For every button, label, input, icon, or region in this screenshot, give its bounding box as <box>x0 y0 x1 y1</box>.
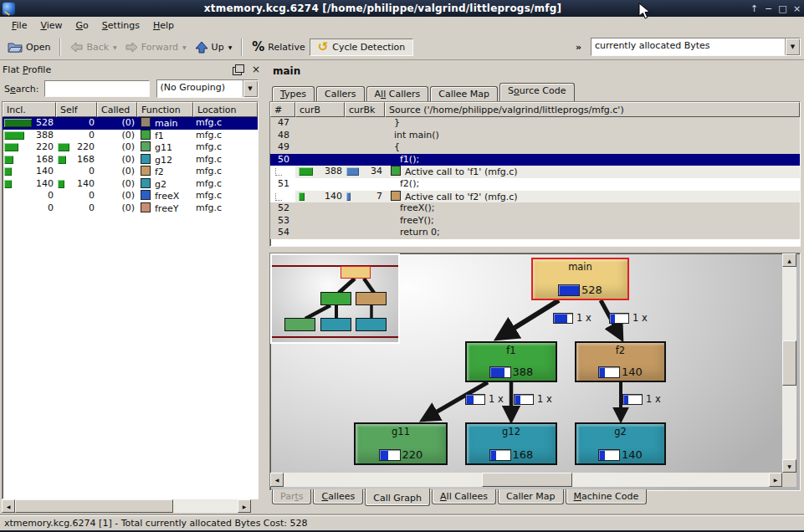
tab-types[interactable]: Types <box>272 86 315 101</box>
tab-machine-code[interactable]: Machine Code <box>566 489 648 504</box>
scroll-down-icon[interactable]: ▼ <box>782 459 796 473</box>
call-graph-view[interactable]: main 528 f1 388 f2 140 g11 220 g12 168 g… <box>269 253 801 491</box>
cycle-detection-toggle-button[interactable]: ↺ Cycle Detection <box>310 38 414 56</box>
combo-dropdown-icon[interactable]: ▼ <box>243 80 258 97</box>
tab-all-callers[interactable]: All Callers <box>366 86 429 101</box>
source-line[interactable]: 47} <box>270 117 800 130</box>
source-line[interactable]: 54 return 0; <box>270 227 800 239</box>
column-header-self[interactable]: Self <box>56 102 97 117</box>
flat-profile-dock-header[interactable]: Flat Profile × <box>3 63 264 76</box>
table-row-f2[interactable]: 140 0 (0) f2 mfg.c <box>3 166 258 178</box>
close-button[interactable]: × <box>790 3 804 14</box>
source-call-row-f1[interactable]: 388 34 Active call to 'f1' (mfg.c) <box>270 166 800 178</box>
column-header-location[interactable]: Location <box>193 102 258 117</box>
menu-settings[interactable]: Settings <box>95 18 146 33</box>
open-folder-icon <box>8 41 23 54</box>
open-button[interactable]: Open <box>3 39 54 55</box>
minimize-button[interactable]: − <box>761 3 776 14</box>
flat-profile-hscrollbar[interactable]: ◀ ▶ <box>2 499 251 513</box>
relative-toggle-button[interactable]: % Relative <box>248 38 309 56</box>
table-row-freeY[interactable]: 0 0 (0) freeY mfg.c <box>3 202 258 215</box>
overview-node-f2 <box>356 292 387 305</box>
edge-label-f2-g2: 1 x <box>622 393 661 405</box>
column-header-incl[interactable]: Incl. <box>3 102 56 117</box>
toolbar-overflow-chevron[interactable]: » <box>571 42 586 53</box>
menu-go[interactable]: Go <box>69 18 95 33</box>
table-row-freeX[interactable]: 0 0 (0) freeX mfg.c <box>3 190 258 202</box>
source-line[interactable]: 48int main() <box>270 130 800 142</box>
menu-view[interactable]: View <box>33 18 69 33</box>
search-input[interactable] <box>44 80 150 97</box>
graph-node-main[interactable]: main 528 <box>531 258 629 300</box>
back-dropdown-icon[interactable]: ▼ <box>113 44 117 50</box>
graph-node-f2[interactable]: f2 140 <box>575 341 666 382</box>
source-line[interactable]: 52 freeX(); <box>270 202 800 215</box>
graph-hscrollbar[interactable]: ◀ ▶ <box>270 473 782 487</box>
table-row-g2[interactable]: 140 140 (0) g2 mfg.c <box>3 178 258 191</box>
source-call-row-f2[interactable]: 140 7 Active call to 'f2' (mfg.c) <box>270 191 800 203</box>
tab-callees[interactable]: Callees <box>313 489 363 504</box>
edge-label-main-f1: 1 x <box>553 312 591 324</box>
graph-node-g12[interactable]: g12 168 <box>465 422 557 465</box>
scroll-left-icon[interactable]: ◀ <box>2 499 15 513</box>
dock-float-icon[interactable] <box>235 64 244 73</box>
table-row-f1[interactable]: 388 0 (0) f1 mfg.c <box>3 130 258 142</box>
column-header-curb[interactable]: curB <box>295 102 345 117</box>
column-header-function[interactable]: Function <box>137 102 193 117</box>
column-header-called[interactable]: Called <box>97 102 137 117</box>
menu-help[interactable]: Help <box>146 18 181 33</box>
source-line[interactable]: 51 f2(); <box>270 178 800 191</box>
function-color-swatch <box>391 166 401 176</box>
source-code-view: # curB curBk Source ('/home/philippe/val… <box>269 101 801 247</box>
scroll-left-icon[interactable]: ◀ <box>270 473 284 487</box>
up-dropdown-icon[interactable]: ▼ <box>228 44 233 50</box>
forward-dropdown-icon[interactable]: ▼ <box>182 44 187 50</box>
graph-node-f1[interactable]: f1 388 <box>465 341 557 382</box>
scroll-right-icon[interactable]: ▶ <box>769 473 782 487</box>
forward-arrow-icon <box>125 42 138 53</box>
up-button[interactable]: Up ▼ <box>191 39 237 55</box>
overview-node-g2 <box>356 318 387 331</box>
tab-source-code[interactable]: Source Code <box>499 83 574 101</box>
back-button[interactable]: Back ▼ <box>66 40 120 54</box>
cycle-arrow-icon: ↺ <box>318 42 329 52</box>
scroll-right-icon[interactable]: ▶ <box>238 499 251 513</box>
column-header-line[interactable]: # <box>270 102 295 117</box>
source-line-selected[interactable]: 50 f1(); <box>270 154 800 166</box>
title-bar[interactable]: xtmemory.kcg.6274 [/home/philippe/valgri… <box>0 0 804 17</box>
app-icon <box>3 3 15 15</box>
maximize-button[interactable]: □ <box>776 3 790 14</box>
status-text: xtmemory.kcg.6274 [1] - Total currently … <box>4 518 308 529</box>
source-line[interactable]: 49{ <box>270 141 800 154</box>
tab-call-graph[interactable]: Call Graph <box>365 489 430 506</box>
graph-node-g2[interactable]: g2 140 <box>575 422 666 465</box>
graph-overview-minimap[interactable] <box>270 253 400 344</box>
scrollbar-thumb[interactable] <box>782 340 796 386</box>
scrollbar-thumb[interactable] <box>15 499 173 513</box>
dock-close-icon[interactable]: × <box>252 65 260 74</box>
column-header-curbk[interactable]: curBk <box>345 102 385 117</box>
source-line[interactable]: 53 freeY(); <box>270 215 800 228</box>
tab-caller-map[interactable]: Caller Map <box>498 489 564 504</box>
event-type-combobox[interactable]: currently allocated Bytes ▼ <box>591 38 801 56</box>
tab-callers[interactable]: Callers <box>316 86 365 101</box>
combo-dropdown-icon[interactable]: ▼ <box>785 38 800 55</box>
column-header-source[interactable]: Source ('/home/philippe/valgrind/littlep… <box>385 102 800 117</box>
table-row-g11[interactable]: 220 220 (0) g11 mfg.c <box>3 141 258 154</box>
graph-node-g11[interactable]: g11 220 <box>354 422 448 465</box>
edge-label-f1-g12: 1 x <box>514 393 552 405</box>
tab-callee-map[interactable]: Callee Map <box>430 86 498 101</box>
scroll-up-icon[interactable]: ▲ <box>782 253 796 267</box>
cost-bar <box>598 449 620 461</box>
forward-button[interactable]: Forward ▼ <box>121 40 191 54</box>
detail-tabbar-bottom: Parts Callees Call Graph All Callees Cal… <box>272 489 648 506</box>
tab-all-callees[interactable]: All Callees <box>432 489 496 504</box>
shade-button[interactable]: ↑ <box>747 3 761 14</box>
table-row-g12[interactable]: 168 168 (0) g12 mfg.c <box>3 154 258 166</box>
grouping-combobox[interactable]: (No Grouping) ▼ <box>156 79 259 98</box>
graph-vscrollbar[interactable]: ▲ ▼ <box>782 253 796 473</box>
menu-file[interactable]: File <box>5 18 33 33</box>
cost-bar <box>379 449 401 461</box>
scrollbar-thumb[interactable] <box>482 473 572 487</box>
table-row-main[interactable]: 528 0 (0) main mfg.c <box>3 117 258 130</box>
